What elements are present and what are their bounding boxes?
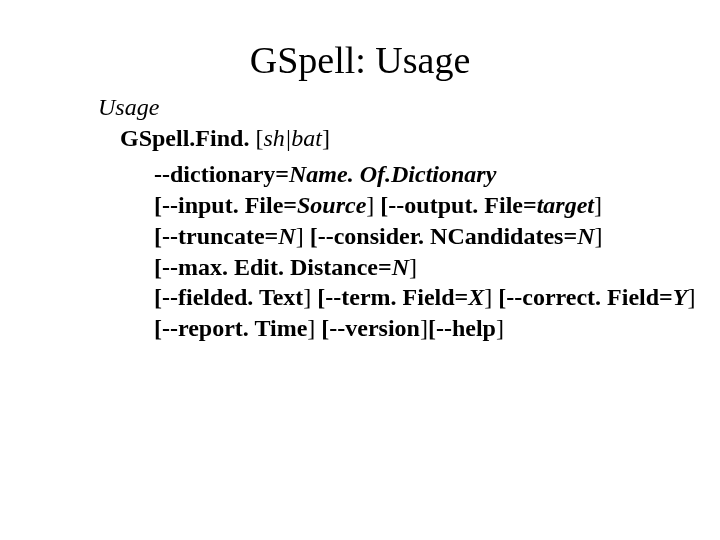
bracket-close: ] — [484, 284, 492, 310]
bracket-open: [-- — [321, 315, 345, 341]
opt-val: Y — [673, 284, 688, 310]
option-line-3: [--truncate=N][--consider. NCandidates=N… — [154, 221, 680, 252]
opt-key: dictionary= — [170, 161, 289, 187]
opt-key: truncate= — [178, 223, 278, 249]
bracket-open: [-- — [310, 223, 334, 249]
bracket-close: ] — [322, 125, 330, 151]
option-line-5: [--fielded. Text][--term. Field=X][--cor… — [154, 282, 680, 313]
bracket-open: [-- — [154, 284, 178, 310]
bracket-open: [-- — [154, 192, 178, 218]
bracket-close: ] — [296, 223, 304, 249]
bracket-close: ] — [594, 192, 602, 218]
bracket-open: [-- — [380, 192, 404, 218]
usage-heading: Usage — [98, 92, 680, 123]
bracket-open: [-- — [428, 315, 452, 341]
opt-key: input. File= — [178, 192, 297, 218]
opt-key: report. Time — [178, 315, 307, 341]
opt-key: correct. Field= — [522, 284, 673, 310]
bracket-close: ] — [409, 254, 417, 280]
option-line-1: --dictionary=Name. Of.Dictionary — [154, 159, 680, 190]
bracket-open: [ — [249, 125, 263, 151]
opt-val: target — [537, 192, 594, 218]
bracket-close: ] — [366, 192, 374, 218]
opt-val: N — [392, 254, 409, 280]
option-line-4: [--max. Edit. Distance=N] — [154, 252, 680, 283]
bracket-close: ] — [303, 284, 311, 310]
opt-key: output. File= — [404, 192, 536, 218]
opt-val: Name. Of.Dictionary — [289, 161, 496, 187]
opt-val: N — [278, 223, 295, 249]
opt-key: help — [452, 315, 496, 341]
opt-val: X — [468, 284, 484, 310]
opt-key: max. Edit. Distance= — [178, 254, 392, 280]
option-line-6: [--report. Time][--version][--help] — [154, 313, 680, 344]
opt-key: term. Field= — [341, 284, 468, 310]
options-block: --dictionary=Name. Of.Dictionary [--inpu… — [98, 153, 680, 343]
slide: GSpell: Usage Usage GSpell.Find. [sh|bat… — [0, 0, 720, 540]
bracket-close: ] — [307, 315, 315, 341]
opt-val: Source — [297, 192, 366, 218]
bracket-close: ] — [594, 223, 602, 249]
opt-key: consider. NCandidates= — [334, 223, 578, 249]
bracket-open: [-- — [154, 315, 178, 341]
bracket-close: ] — [687, 284, 695, 310]
command-name: GSpell.Find. — [120, 125, 249, 151]
opt-val: N — [577, 223, 594, 249]
dash: -- — [154, 161, 170, 187]
bracket-open: [-- — [154, 223, 178, 249]
command-ext: sh|bat — [263, 125, 322, 151]
command-line: GSpell.Find. [sh|bat] — [98, 123, 680, 154]
bracket-open: [-- — [154, 254, 178, 280]
bracket-open: [-- — [317, 284, 341, 310]
opt-key: fielded. Text — [178, 284, 303, 310]
bracket-open: [-- — [498, 284, 522, 310]
opt-key: version — [345, 315, 420, 341]
bracket-close: ] — [496, 315, 504, 341]
bracket-close: ] — [420, 315, 428, 341]
slide-body: Usage GSpell.Find. [sh|bat] --dictionary… — [0, 92, 720, 344]
slide-title: GSpell: Usage — [0, 0, 720, 92]
option-line-2: [--input. File=Source][--output. File=ta… — [154, 190, 680, 221]
